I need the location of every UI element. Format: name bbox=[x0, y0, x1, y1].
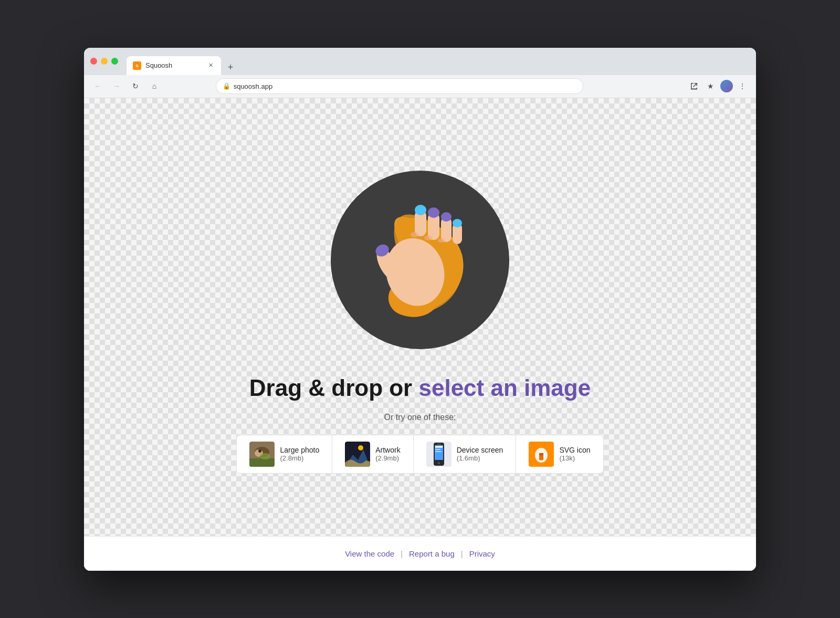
svg-rect-29 bbox=[435, 446, 443, 448]
large-photo-name: Large photo bbox=[280, 446, 319, 454]
device-screen-info: Device screen (1.6mb) bbox=[457, 446, 503, 462]
main-content: Drag & drop or select an image Or try on… bbox=[84, 98, 756, 571]
svg-point-14 bbox=[424, 235, 433, 240]
device-screen-size: (1.6mb) bbox=[457, 454, 503, 462]
drop-text-highlight: select an image bbox=[418, 375, 591, 401]
svg-point-15 bbox=[438, 238, 445, 243]
back-button[interactable]: ← bbox=[90, 79, 105, 93]
avatar[interactable] bbox=[720, 80, 733, 92]
view-code-link[interactable]: View the code bbox=[339, 547, 401, 560]
tab-favicon: S bbox=[133, 61, 141, 70]
artwork-size: (2.9mb) bbox=[375, 454, 400, 462]
menu-icon[interactable]: ⋮ bbox=[735, 79, 750, 93]
svg-point-21 bbox=[260, 453, 270, 459]
refresh-button[interactable]: ↻ bbox=[128, 79, 143, 93]
large-photo-thumb bbox=[249, 442, 275, 467]
browser-window: S Squoosh ✕ + ← → ↻ ⌂ 🔒 squoosh.app ★ bbox=[84, 48, 756, 571]
try-text: Or try one of these: bbox=[384, 413, 456, 422]
svg-rect-31 bbox=[435, 451, 442, 452]
footer: View the code | Report a bug | Privacy bbox=[84, 536, 756, 571]
minimize-button[interactable] bbox=[101, 58, 108, 65]
address-bar: ← → ↻ ⌂ 🔒 squoosh.app ★ ⋮ bbox=[84, 75, 756, 98]
large-photo-size: (2.8mb) bbox=[280, 454, 319, 462]
toolbar-right: ★ ⋮ bbox=[687, 79, 750, 93]
report-bug-link[interactable]: Report a bug bbox=[403, 547, 461, 560]
sample-large-photo[interactable]: Large photo (2.8mb) bbox=[237, 435, 332, 473]
forward-button[interactable]: → bbox=[109, 79, 124, 93]
logo-circle bbox=[331, 171, 509, 349]
traffic-lights bbox=[90, 58, 118, 65]
drop-zone[interactable]: Drag & drop or select an image Or try on… bbox=[84, 98, 756, 536]
svg-point-4 bbox=[415, 205, 426, 215]
close-button[interactable] bbox=[90, 58, 97, 65]
drop-headline: Drag & drop or select an image bbox=[249, 374, 591, 402]
title-bar: S Squoosh ✕ + bbox=[84, 48, 756, 75]
home-button[interactable]: ⌂ bbox=[147, 79, 162, 93]
samples-row: Large photo (2.8mb) bbox=[236, 435, 603, 474]
svg-point-13 bbox=[411, 232, 419, 237]
svg-icon-name: SVG icon bbox=[559, 446, 590, 454]
url-text: squoosh.app bbox=[234, 82, 272, 90]
device-screen-name: Device screen bbox=[457, 446, 503, 454]
squoosh-logo bbox=[346, 186, 494, 333]
url-bar[interactable]: 🔒 squoosh.app bbox=[216, 78, 583, 94]
svg-text:S: S bbox=[135, 64, 139, 68]
artwork-thumb bbox=[345, 442, 370, 467]
svg-point-28 bbox=[438, 462, 440, 464]
svg-icon-info: SVG icon (13k) bbox=[559, 446, 590, 462]
svg-point-10 bbox=[453, 219, 462, 227]
tab-title: Squoosh bbox=[145, 61, 202, 69]
svg-point-23 bbox=[358, 445, 363, 451]
svg-rect-27 bbox=[437, 444, 441, 445]
svg-point-6 bbox=[428, 207, 439, 218]
privacy-link[interactable]: Privacy bbox=[463, 547, 501, 560]
svg-icon-size: (13k) bbox=[559, 454, 590, 462]
sample-svg-icon[interactable]: SVG icon (13k) bbox=[516, 435, 603, 473]
active-tab[interactable]: S Squoosh ✕ bbox=[127, 56, 221, 75]
sample-artwork[interactable]: Artwork (2.9mb) bbox=[332, 435, 413, 473]
bookmark-icon[interactable]: ★ bbox=[704, 79, 718, 93]
sample-device-screen[interactable]: Device screen (1.6mb) bbox=[414, 435, 517, 473]
svg-point-8 bbox=[441, 212, 452, 222]
external-link-icon[interactable] bbox=[687, 79, 701, 93]
tab-bar: S Squoosh ✕ + bbox=[127, 48, 750, 75]
maximize-button[interactable] bbox=[111, 58, 118, 65]
svg-point-19 bbox=[258, 449, 261, 453]
tab-close-button[interactable]: ✕ bbox=[206, 61, 215, 70]
svg-icon-thumb bbox=[529, 442, 554, 467]
lock-icon: 🔒 bbox=[223, 82, 230, 90]
new-tab-button[interactable]: + bbox=[223, 60, 238, 75]
device-screen-thumb bbox=[426, 442, 452, 467]
artwork-info: Artwork (2.9mb) bbox=[375, 446, 400, 462]
large-photo-info: Large photo (2.8mb) bbox=[280, 446, 319, 462]
svg-rect-30 bbox=[435, 449, 440, 450]
svg-rect-20 bbox=[249, 458, 275, 467]
drop-text-plain: Drag & drop or bbox=[249, 375, 419, 401]
artwork-name: Artwork bbox=[375, 446, 400, 454]
